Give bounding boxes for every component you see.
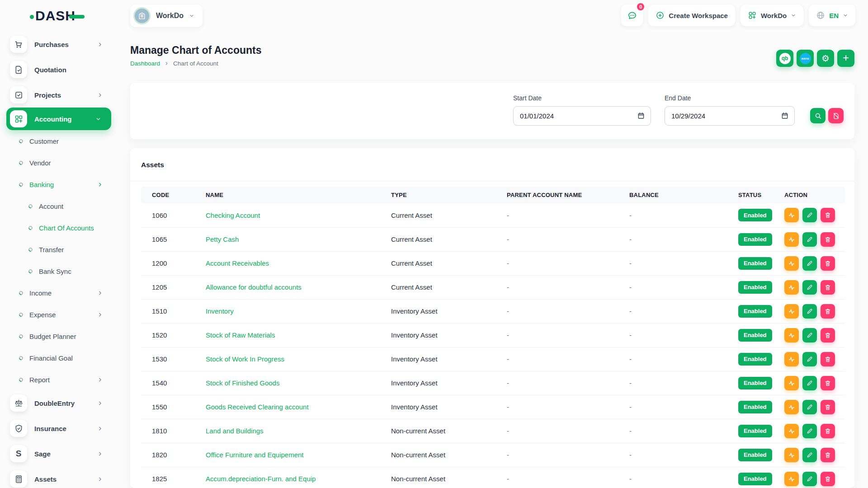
- account-name-link[interactable]: Account Receivables: [206, 259, 269, 267]
- status-badge: Enabled: [738, 329, 772, 342]
- sidebar-item-label: Vendor: [29, 159, 51, 167]
- transactions-button[interactable]: [784, 208, 799, 222]
- account-name-link[interactable]: Checking Account: [206, 211, 260, 219]
- workspace-switcher[interactable]: WorkDo: [130, 5, 203, 27]
- sidebar-item-report[interactable]: Report: [0, 369, 118, 390]
- delete-button[interactable]: [821, 328, 835, 343]
- breadcrumb-dashboard-link[interactable]: Dashboard: [130, 60, 160, 67]
- edit-button[interactable]: [802, 280, 817, 295]
- delete-button[interactable]: [821, 304, 835, 319]
- transactions-button[interactable]: [784, 424, 799, 438]
- messages-button[interactable]: 0: [621, 5, 643, 26]
- account-name-link[interactable]: Stock of Work In Progress: [206, 355, 284, 363]
- sidebar-item-bank-sync[interactable]: Bank Sync: [0, 260, 118, 282]
- transactions-button[interactable]: [784, 376, 799, 390]
- delete-button[interactable]: [821, 232, 835, 247]
- delete-button[interactable]: [821, 400, 835, 414]
- delete-button[interactable]: [821, 472, 835, 486]
- status-badge: Enabled: [738, 305, 772, 318]
- sidebar-item-transfer[interactable]: Transfer: [0, 239, 118, 260]
- sidebar-item-banking[interactable]: Banking: [0, 174, 118, 195]
- account-name-link[interactable]: Goods Received Clearing account: [206, 403, 309, 411]
- transactions-button[interactable]: [784, 232, 799, 247]
- transactions-button[interactable]: [784, 448, 799, 462]
- create-workspace-button[interactable]: Create Workspace: [648, 5, 735, 26]
- sidebar-item-expense[interactable]: Expense: [0, 304, 118, 325]
- chevron-right-icon: [97, 426, 103, 432]
- edit-button[interactable]: [802, 208, 817, 222]
- transactions-button[interactable]: [784, 472, 799, 486]
- sidebar-item-sage[interactable]: S Sage: [0, 441, 118, 466]
- edit-button[interactable]: [802, 424, 817, 438]
- transactions-button[interactable]: [784, 352, 799, 366]
- quickbooks-button[interactable]: qb: [776, 50, 793, 67]
- edit-button[interactable]: [802, 256, 817, 271]
- language-selector[interactable]: EN: [809, 5, 855, 26]
- delete-button[interactable]: [821, 256, 835, 271]
- edit-button[interactable]: [802, 448, 817, 462]
- edit-button[interactable]: [802, 352, 817, 366]
- sidebar-item-quotation[interactable]: Quotation: [0, 57, 118, 82]
- account-name-link[interactable]: Accum.depreciation-Furn. and Equip: [206, 475, 316, 483]
- chevron-right-icon: [97, 400, 103, 406]
- chevron-right-icon: [97, 92, 103, 98]
- delete-button[interactable]: [821, 424, 835, 438]
- trash-icon: [824, 427, 831, 435]
- edit-button[interactable]: [802, 472, 817, 486]
- sidebar-item-insurance[interactable]: Insurance: [0, 416, 118, 441]
- account-name-link[interactable]: Inventory: [206, 307, 234, 315]
- reset-filter-button[interactable]: [828, 108, 844, 123]
- transactions-button[interactable]: [784, 280, 799, 295]
- edit-button[interactable]: [802, 400, 817, 414]
- xero-button[interactable]: xero: [797, 50, 814, 67]
- transactions-button[interactable]: [784, 256, 799, 271]
- delete-button[interactable]: [821, 352, 835, 366]
- sidebar-item-doubleentry[interactable]: DoubleEntry: [0, 390, 118, 416]
- bullet-icon: [18, 312, 24, 318]
- start-date-input[interactable]: [513, 106, 651, 126]
- document-check-icon: [10, 61, 27, 78]
- app-logo[interactable]: DASH: [30, 8, 85, 23]
- account-name-link[interactable]: Stock of Raw Materials: [206, 331, 275, 339]
- edit-button[interactable]: [802, 376, 817, 390]
- transactions-button[interactable]: [784, 328, 799, 343]
- delete-button[interactable]: [821, 208, 835, 222]
- end-date-input[interactable]: [665, 106, 795, 126]
- account-name-link[interactable]: Land and Buildings: [206, 427, 264, 435]
- transactions-button[interactable]: [784, 400, 799, 414]
- account-name-link[interactable]: Allowance for doubtful accounts: [206, 283, 302, 291]
- sidebar-item-income[interactable]: Income: [0, 282, 118, 304]
- delete-button[interactable]: [821, 376, 835, 390]
- status-badge: Enabled: [738, 353, 772, 366]
- add-account-button[interactable]: +: [837, 50, 854, 67]
- sidebar-item-budget-planner[interactable]: Budget Planner: [0, 325, 118, 347]
- settings-button[interactable]: ⚙: [817, 50, 834, 67]
- sidebar-item-account[interactable]: Account: [0, 195, 118, 217]
- app-menu-button[interactable]: WorkDo: [741, 5, 803, 26]
- account-code: 1205: [141, 275, 206, 299]
- parent-account: -: [507, 203, 629, 227]
- delete-button[interactable]: [821, 448, 835, 462]
- apply-filter-button[interactable]: [810, 108, 826, 123]
- account-code: 1540: [141, 371, 206, 395]
- account-name-link[interactable]: Office Furniture and Equipement: [206, 451, 304, 459]
- account-name-link[interactable]: Petty Cash: [206, 235, 239, 243]
- edit-button[interactable]: [802, 232, 817, 247]
- transactions-button[interactable]: [784, 304, 799, 319]
- sidebar-item-chart-of-accounts[interactable]: Chart Of Accounts: [0, 217, 118, 239]
- sidebar-item-accounting[interactable]: Accounting: [6, 108, 111, 130]
- sidebar-item-assets[interactable]: Assets: [0, 466, 118, 488]
- delete-button[interactable]: [821, 280, 835, 295]
- table-row: 1205 Allowance for doubtful accounts Cur…: [141, 275, 845, 299]
- sidebar-item-purchases[interactable]: Purchases: [0, 32, 118, 57]
- sidebar-item-financial-goal[interactable]: Financial Goal: [0, 347, 118, 369]
- account-type: Current Asset: [391, 251, 507, 275]
- sidebar-item-vendor[interactable]: Vendor: [0, 152, 118, 174]
- parent-account: -: [507, 395, 629, 419]
- edit-button[interactable]: [802, 328, 817, 343]
- edit-button[interactable]: [802, 304, 817, 319]
- sidebar-item-projects[interactable]: Projects: [0, 82, 118, 108]
- sidebar-item-customer[interactable]: Customer: [0, 130, 118, 152]
- table-row: 1540 Stock of Finished Goods Inventory A…: [141, 371, 845, 395]
- account-name-link[interactable]: Stock of Finished Goods: [206, 379, 279, 387]
